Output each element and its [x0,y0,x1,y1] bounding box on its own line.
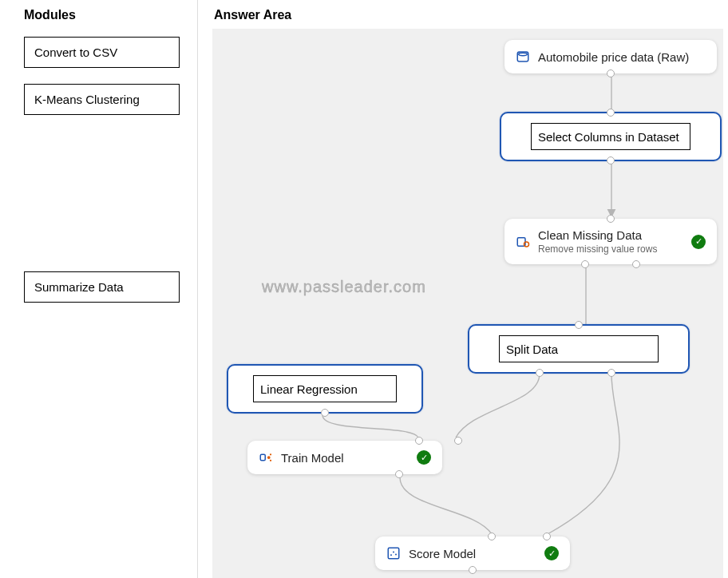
modules-panel: Modules Convert to CSV K-Means Clusterin… [0,0,198,578]
train-model-icon [259,450,273,465]
input-port[interactable] [607,215,615,223]
input-port-1[interactable] [415,437,423,445]
svg-point-7 [270,460,271,461]
node-linear-regression[interactable]: Linear Regression [227,364,423,414]
success-check-icon: ✓ [691,235,706,249]
node-label: Automobile price data (Raw) [538,50,689,64]
node-label: Clean Missing Data [538,228,683,242]
node-select-columns[interactable]: Select Columns in Dataset [500,112,722,161]
node-label: Score Model [409,547,476,560]
svg-point-6 [270,453,271,455]
success-check-icon: ✓ [544,546,559,560]
svg-point-10 [393,552,394,553]
svg-point-5 [267,456,271,459]
output-port[interactable] [395,470,403,478]
output-port[interactable] [607,69,615,77]
svg-point-1 [519,53,528,55]
dropzone-split-data[interactable]: Split Data [499,335,659,362]
answer-area-panel: Answer Area Automobile price data (Raw) [198,0,728,578]
output-port-2[interactable] [607,369,615,377]
input-port-2[interactable] [543,532,551,540]
dataset-icon [516,49,530,64]
output-port-1[interactable] [581,260,589,268]
input-port-2[interactable] [454,437,462,445]
module-summarize-data[interactable]: Summarize Data [24,271,180,303]
node-train-model[interactable]: Train Model ✓ [247,441,442,474]
module-convert-to-csv[interactable]: Convert to CSV [24,37,180,68]
output-port[interactable] [321,409,329,417]
node-automobile-price-data-raw[interactable]: Automobile price data (Raw) [504,40,717,73]
dropzone-linear-regression[interactable]: Linear Regression [253,375,397,402]
output-port[interactable] [469,566,477,574]
svg-rect-4 [260,454,265,461]
input-port-1[interactable] [488,532,496,540]
clean-data-icon [516,235,530,249]
output-port[interactable] [607,156,615,164]
node-clean-missing-data[interactable]: Clean Missing Data Remove missing value … [504,219,717,264]
success-check-icon: ✓ [417,450,431,465]
dropzone-select-columns[interactable]: Select Columns in Dataset [531,123,690,150]
node-score-model[interactable]: Score Model ✓ [375,536,570,570]
svg-point-9 [390,554,392,556]
watermark: www.passleader.com [262,278,426,296]
modules-title: Modules [10,8,188,22]
svg-rect-8 [388,548,399,559]
svg-point-11 [395,554,397,556]
module-kmeans-clustering[interactable]: K-Means Clustering [24,84,180,115]
score-model-icon [386,546,401,560]
node-split-data[interactable]: Split Data [468,324,690,374]
input-port[interactable] [575,321,583,329]
input-port[interactable] [607,109,615,117]
output-port-2[interactable] [632,260,640,268]
node-label: Train Model [281,451,344,465]
pipeline-canvas[interactable]: Automobile price data (Raw) Select Colum… [212,29,723,578]
output-port-1[interactable] [536,369,544,377]
node-subtitle: Remove missing value rows [538,243,683,255]
